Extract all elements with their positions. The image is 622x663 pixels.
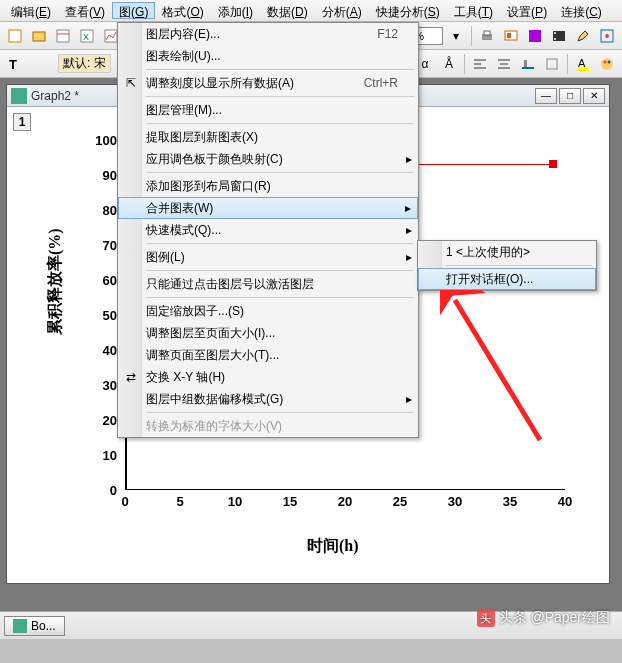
- font-color-icon[interactable]: A: [572, 53, 594, 75]
- x-tick: 25: [393, 490, 407, 509]
- menu-apply-palette[interactable]: 应用调色板于颜色映射(C)▸: [118, 148, 418, 170]
- slide-icon[interactable]: [500, 25, 522, 47]
- align-center-icon[interactable]: [493, 53, 515, 75]
- menu-fix-scale-factor[interactable]: 固定缩放因子...(S): [118, 300, 418, 322]
- align-top-icon[interactable]: [541, 53, 563, 75]
- submenu-arrow-icon: ▸: [406, 223, 412, 237]
- svg-point-33: [608, 60, 611, 63]
- data-point[interactable]: [549, 160, 557, 168]
- menu-format[interactable]: 格式(O): [155, 2, 210, 19]
- menu-connect[interactable]: 连接(C): [554, 2, 609, 19]
- submenu-arrow-icon: ▸: [406, 152, 412, 166]
- svg-point-32: [604, 60, 607, 63]
- menu-plot-setup[interactable]: 图表绘制(U)...: [118, 45, 418, 67]
- svg-rect-0: [9, 30, 21, 42]
- font-default-label[interactable]: 默认: 宋: [58, 54, 111, 73]
- svg-rect-27: [524, 60, 527, 67]
- svg-rect-16: [554, 38, 556, 40]
- menu-edit[interactable]: 编辑(E): [4, 2, 58, 19]
- menu-legend[interactable]: 图例(L)▸: [118, 246, 418, 268]
- new-folder-icon[interactable]: [28, 25, 50, 47]
- svg-rect-10: [484, 31, 490, 35]
- digitize-icon[interactable]: [596, 25, 618, 47]
- swap-icon: ⇄: [122, 370, 140, 384]
- layer-badge[interactable]: 1: [13, 113, 31, 131]
- svg-text:T: T: [9, 57, 17, 72]
- menu-add[interactable]: 添加(I): [211, 2, 260, 19]
- menu-fit-page-to-layer[interactable]: 调整页面至图层大小(T)...: [118, 344, 418, 366]
- menu-add-to-layout[interactable]: 添加图形到布局窗口(R): [118, 175, 418, 197]
- align-bottom-icon[interactable]: [517, 53, 539, 75]
- menu-extract-layers[interactable]: 提取图层到新图表(X): [118, 126, 418, 148]
- x-tick: 30: [448, 490, 462, 509]
- svg-point-31: [601, 58, 613, 70]
- x-tick: 35: [503, 490, 517, 509]
- x-tick: 5: [176, 490, 183, 509]
- svg-rect-13: [529, 30, 541, 42]
- x-tick: 20: [338, 490, 352, 509]
- menu-activate-layer-by-number[interactable]: 只能通过点击图层号以激活图层: [118, 273, 418, 295]
- watermark-icon: 头: [477, 609, 495, 627]
- svg-point-18: [605, 34, 609, 38]
- watermark: 头 头条 @Paper绘图: [477, 609, 610, 627]
- submenu-last-used[interactable]: 1 <上次使用的>: [418, 241, 596, 263]
- menu-analysis[interactable]: 分析(A): [315, 2, 369, 19]
- svg-text:A: A: [578, 57, 586, 69]
- menu-layer-contents[interactable]: 图层内容(E)...F12: [118, 23, 418, 45]
- svg-rect-12: [507, 33, 511, 38]
- menu-exchange-xy[interactable]: ⇄交换 X-Y 轴(H): [118, 366, 418, 388]
- x-tick: 15: [283, 490, 297, 509]
- menu-quickanalysis[interactable]: 快捷分析(S): [369, 2, 447, 19]
- menu-layer-management[interactable]: 图层管理(M)...: [118, 99, 418, 121]
- close-button[interactable]: ✕: [583, 88, 605, 104]
- y-tick: 10: [103, 448, 125, 463]
- x-axis-label: 时间(h): [307, 536, 359, 557]
- menubar: 编辑(E) 查看(V) 图(G) 格式(O) 添加(I) 数据(D) 分析(A)…: [0, 0, 622, 22]
- symbol-icon[interactable]: Å: [438, 53, 460, 75]
- menu-view[interactable]: 查看(V): [58, 2, 112, 19]
- submenu-arrow-icon: ▸: [405, 201, 411, 215]
- svg-text:X: X: [83, 32, 89, 42]
- maximize-button[interactable]: □: [559, 88, 581, 104]
- menu-tools[interactable]: 工具(T): [447, 2, 500, 19]
- menu-rescale[interactable]: ⇱调整刻度以显示所有数据(A)Ctrl+R: [118, 72, 418, 94]
- x-tick: 10: [228, 490, 242, 509]
- svg-rect-1: [33, 32, 45, 41]
- menu-convert-font: 转换为标准的字体大小(V): [118, 415, 418, 437]
- video-icon[interactable]: [548, 25, 570, 47]
- align-left-icon[interactable]: [469, 53, 491, 75]
- data-line[interactable]: [415, 164, 555, 165]
- menu-fit-layer-to-page[interactable]: 调整图层至页面大小(I)...: [118, 322, 418, 344]
- text-tool-icon[interactable]: T: [4, 53, 26, 75]
- palette-icon[interactable]: [596, 53, 618, 75]
- minimize-button[interactable]: —: [535, 88, 557, 104]
- rescale-icon: ⇱: [122, 76, 140, 90]
- menu-settings[interactable]: 设置(P): [500, 2, 554, 19]
- y-axis-label: 累积释放率(%): [45, 228, 66, 335]
- new-project-icon[interactable]: [4, 25, 26, 47]
- graph-icon: [11, 88, 27, 104]
- svg-rect-15: [554, 32, 556, 34]
- new-excel-icon[interactable]: X: [76, 25, 98, 47]
- graph-menu-dropdown: 图层内容(E)...F12 图表绘制(U)... ⇱调整刻度以显示所有数据(A)…: [117, 22, 419, 438]
- submenu-arrow-icon: ▸: [406, 250, 412, 264]
- submenu-open-dialog[interactable]: 打开对话框(O)...: [418, 268, 596, 290]
- export-icon[interactable]: [524, 25, 546, 47]
- menu-speed-mode[interactable]: 快速模式(Q)...▸: [118, 219, 418, 241]
- menu-merge-graph[interactable]: 合并图表(W)▸: [118, 197, 418, 219]
- svg-rect-28: [547, 59, 557, 69]
- x-tick: 40: [558, 490, 572, 509]
- svg-rect-2: [57, 30, 69, 42]
- workbook-icon: [13, 619, 27, 633]
- menu-graph[interactable]: 图(G): [112, 2, 155, 19]
- submenu-arrow-icon: ▸: [406, 392, 412, 406]
- edit-icon[interactable]: [572, 25, 594, 47]
- print-icon[interactable]: [476, 25, 498, 47]
- svg-rect-30: [577, 68, 589, 71]
- new-workbook-icon[interactable]: [52, 25, 74, 47]
- merge-graph-submenu: 1 <上次使用的> 打开对话框(O)...: [417, 240, 597, 291]
- zoom-dropdown-icon[interactable]: ▾: [445, 25, 467, 47]
- menu-offset-mode[interactable]: 图层中组数据偏移模式(G)▸: [118, 388, 418, 410]
- menu-data[interactable]: 数据(D): [260, 2, 315, 19]
- book-tab[interactable]: Bo...: [4, 616, 65, 636]
